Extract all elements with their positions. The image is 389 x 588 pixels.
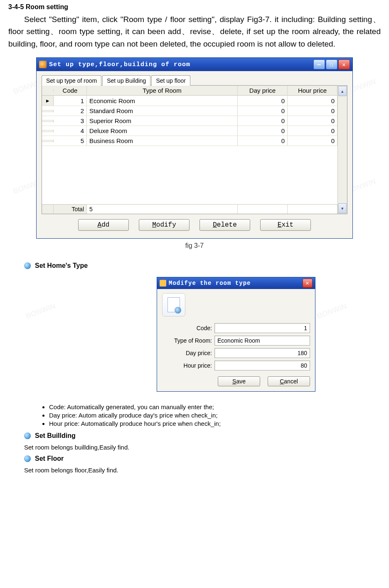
dialog-app-icon: [160, 280, 166, 287]
minimize-button[interactable]: —: [313, 59, 325, 69]
label-day: Day price:: [162, 350, 214, 356]
dialog-title: Modifye the room type: [169, 280, 251, 287]
maximize-button[interactable]: ☐: [326, 59, 337, 69]
bullet-icon: [24, 262, 31, 269]
exit-button[interactable]: Exit: [260, 219, 311, 231]
input-code[interactable]: 1: [214, 323, 310, 333]
section-building-desc: Set room belongs buillding,Easily find.: [24, 444, 381, 451]
window-title: Set up type,floor,building of room: [49, 61, 190, 68]
figure-caption: fig 3-7: [8, 242, 381, 250]
label-code: Code:: [162, 325, 214, 331]
bullet-icon: [24, 455, 31, 462]
label-hour: Hour price:: [162, 362, 214, 369]
vertical-scrollbar[interactable]: ▴ ▾: [337, 86, 347, 214]
section-set-building: Set Buillding: [24, 432, 381, 440]
note-item: Hour price: Automatically produce hour's…: [49, 420, 381, 427]
dialog-modify-room-type: Modifye the room type ✕ Code: 1 Type of …: [157, 277, 315, 392]
bullet-icon: [24, 432, 31, 439]
col-day[interactable]: Day price: [238, 86, 288, 95]
window-room-type-setting: Set up type,floor,building of room — ☐ ✕…: [36, 57, 353, 239]
scroll-up-icon[interactable]: ▴: [338, 86, 347, 96]
table-row[interactable]: 3 Superior Room 0 0: [42, 116, 337, 126]
intro-paragraph: Select "Setting" item, click "Room type …: [8, 13, 381, 50]
row-indicator-icon: ▸: [42, 96, 54, 106]
dialog-close-button[interactable]: ✕: [303, 279, 313, 288]
app-icon: [39, 61, 47, 68]
delete-button[interactable]: Delete: [199, 219, 250, 231]
table-row[interactable]: 5 Business Room 0 0: [42, 136, 337, 146]
window-titlebar[interactable]: Set up type,floor,building of room — ☐ ✕: [37, 58, 352, 71]
tab-set-building[interactable]: Set up Building: [102, 75, 150, 86]
input-day-price[interactable]: 180: [214, 348, 310, 358]
label-type: Type of Room:: [162, 337, 214, 344]
input-hour-price[interactable]: 80: [214, 361, 310, 371]
total-row: Total 5: [42, 204, 337, 214]
modify-button[interactable]: Modify: [139, 219, 190, 231]
col-hour[interactable]: Hour price: [288, 86, 337, 95]
close-button[interactable]: ✕: [338, 59, 350, 69]
section-set-home-type: Set Home's Type: [24, 262, 381, 269]
input-type[interactable]: Economic Room: [214, 336, 310, 346]
total-value: 5: [87, 205, 238, 214]
cancel-button[interactable]: Cancel: [268, 376, 310, 386]
table-row[interactable]: 2 Standard Room 0 0: [42, 106, 337, 116]
table-row[interactable]: ▸ 1 Economic Room 0 0: [42, 96, 337, 106]
section-number-title: 3-4-5 Room setting: [8, 3, 381, 11]
tab-set-type[interactable]: Set up type of room: [42, 75, 101, 86]
note-item: Code: Automatically generated, you can m…: [49, 403, 381, 410]
col-code[interactable]: Code: [54, 86, 87, 95]
edit-page-icon: [162, 293, 185, 316]
table-row[interactable]: 4 Deluxe Room 0 0: [42, 126, 337, 136]
section-floor-desc: Set room belongs floor,Easily find.: [24, 467, 381, 474]
field-notes: Code: Automatically generated, you can m…: [32, 403, 381, 427]
scroll-down-icon[interactable]: ▾: [338, 203, 347, 213]
dialog-titlebar[interactable]: Modifye the room type ✕: [157, 277, 315, 289]
add-button[interactable]: Add: [78, 219, 129, 231]
note-item: Day price: Autom atically produce day's …: [49, 412, 381, 419]
section-set-floor: Set Floor: [24, 455, 381, 462]
save-button[interactable]: Save: [218, 376, 260, 386]
col-type[interactable]: Type of Room: [87, 86, 238, 95]
tab-set-floor[interactable]: Set up floor: [151, 75, 190, 86]
total-label: Total: [54, 205, 87, 214]
grid-header: Code Type of Room Day price Hour price: [42, 86, 337, 96]
